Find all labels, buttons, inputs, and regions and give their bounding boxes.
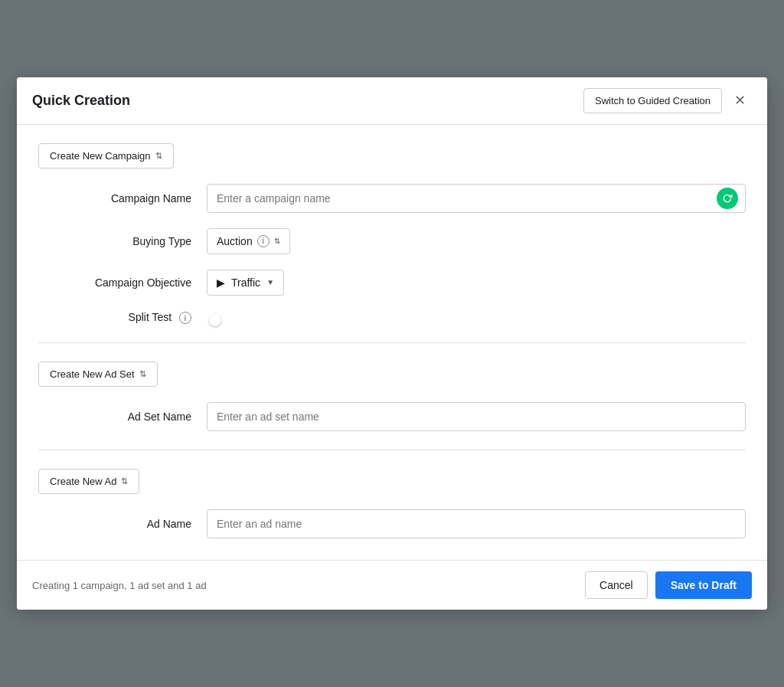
campaign-name-row: Campaign Name [38, 184, 746, 213]
buying-type-button[interactable]: Auction i ⇅ [207, 228, 290, 254]
switch-to-guided-button[interactable]: Switch to Guided Creation [583, 88, 722, 113]
refresh-icon [721, 192, 733, 204]
footer-info-text: Creating 1 campaign, 1 ad set and 1 ad [32, 580, 207, 591]
create-new-campaign-label: Create New Campaign [50, 150, 151, 162]
campaign-name-icon [717, 188, 738, 209]
save-to-draft-button[interactable]: Save to Draft [655, 571, 752, 599]
ad-name-label: Ad Name [38, 518, 207, 530]
modal-backdrop: Quick Creation Switch to Guided Creation… [0, 0, 784, 687]
campaign-objective-control-wrap: ▶ Traffic ▼ [207, 270, 746, 296]
ad-set-name-input-wrap [207, 402, 746, 431]
modal-body: Create New Campaign ⇅ Campaign Name [17, 125, 767, 561]
buying-type-chevron-icon: ⇅ [274, 237, 280, 245]
create-new-ad-set-label: Create New Ad Set [50, 368, 135, 380]
create-new-ad-set-button[interactable]: Create New Ad Set ⇅ [38, 361, 158, 387]
split-test-label: Split Test i [38, 311, 207, 325]
quick-creation-modal: Quick Creation Switch to Guided Creation… [17, 77, 767, 610]
modal-header: Quick Creation Switch to Guided Creation… [17, 77, 767, 125]
campaign-objective-value: Traffic [231, 276, 260, 289]
cancel-button[interactable]: Cancel [585, 571, 648, 599]
ad-name-row: Ad Name [38, 509, 746, 538]
split-test-info-icon: i [179, 312, 191, 324]
ad-set-dropdown-icon: ⇅ [139, 369, 146, 379]
split-test-row: Split Test i [38, 311, 746, 325]
campaign-dropdown-icon: ⇅ [155, 151, 162, 161]
buying-type-value: Auction [217, 235, 253, 247]
ad-section: Create New Ad ⇅ Ad Name [38, 469, 746, 538]
campaign-name-label: Campaign Name [38, 192, 207, 204]
section-divider-1 [38, 342, 746, 343]
ad-set-name-label: Ad Set Name [38, 411, 207, 423]
buying-type-row: Buying Type Auction i ⇅ [38, 228, 746, 254]
create-new-campaign-button[interactable]: Create New Campaign ⇅ [38, 143, 174, 168]
create-new-ad-button[interactable]: Create New Ad ⇅ [38, 469, 139, 494]
campaign-section: Create New Campaign ⇅ Campaign Name [38, 143, 746, 325]
header-right: Switch to Guided Creation ✕ [583, 88, 752, 113]
section-divider-2 [38, 450, 746, 450]
footer-actions: Cancel Save to Draft [585, 571, 752, 599]
buying-type-control-wrap: Auction i ⇅ [207, 228, 746, 254]
ad-set-name-row: Ad Set Name [38, 402, 746, 431]
ad-name-input-wrap [207, 509, 746, 538]
split-test-toggle-wrap [207, 312, 746, 324]
cursor-icon: ▶ [217, 276, 225, 289]
close-button[interactable]: ✕ [728, 90, 752, 110]
ad-set-section: Create New Ad Set ⇅ Ad Set Name [38, 361, 746, 431]
buying-type-label: Buying Type [38, 235, 207, 247]
modal-title: Quick Creation [32, 93, 130, 109]
campaign-name-input-wrap [207, 184, 746, 213]
ad-set-name-input[interactable] [207, 402, 746, 431]
campaign-objective-row: Campaign Objective ▶ Traffic ▼ [38, 270, 746, 296]
ad-name-input[interactable] [207, 509, 746, 538]
objective-dropdown-arrow-icon: ▼ [266, 278, 274, 286]
buying-type-info-icon: i [257, 235, 270, 247]
campaign-objective-label: Campaign Objective [38, 276, 207, 289]
campaign-objective-button[interactable]: ▶ Traffic ▼ [207, 270, 284, 296]
campaign-name-input[interactable] [207, 184, 746, 213]
ad-dropdown-icon: ⇅ [121, 476, 128, 486]
modal-footer: Creating 1 campaign, 1 ad set and 1 ad C… [17, 560, 767, 610]
create-new-ad-label: Create New Ad [50, 476, 116, 487]
